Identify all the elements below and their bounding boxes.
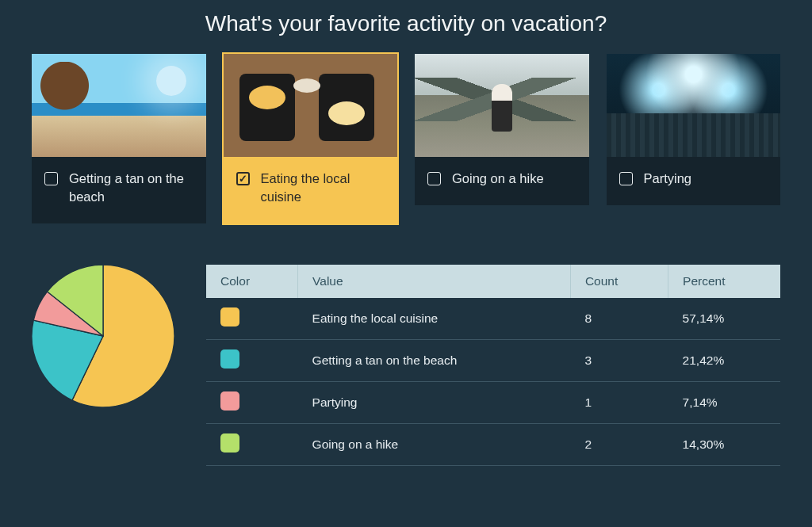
checkbox-icon[interactable] xyxy=(44,172,58,185)
pie-chart xyxy=(32,265,174,407)
cell-color xyxy=(206,339,298,381)
cell-percent: 57,14% xyxy=(668,298,780,340)
table-row: Going on a hike214,30% xyxy=(206,423,780,465)
option-caption: Partying xyxy=(607,157,781,205)
cell-value: Eating the local cuisine xyxy=(298,298,571,340)
results-table: Color Value Count Percent Eating the loc… xyxy=(206,265,780,466)
option-caption: Going on a hike xyxy=(415,157,589,205)
option-label: Eating the local cuisine xyxy=(261,170,385,206)
col-percent: Percent xyxy=(668,265,780,298)
cell-value: Partying xyxy=(298,381,571,423)
cell-color xyxy=(206,298,298,340)
table-header-row: Color Value Count Percent xyxy=(206,265,780,298)
col-count: Count xyxy=(570,265,668,298)
checkbox-icon[interactable] xyxy=(236,172,250,185)
checkbox-icon[interactable] xyxy=(619,172,633,185)
poll-options: Getting a tan on the beach Eating the lo… xyxy=(0,54,812,223)
cell-percent: 21,42% xyxy=(668,339,780,381)
table-row: Getting a tan on the beach321,42% xyxy=(206,339,780,381)
results-area: Color Value Count Percent Eating the loc… xyxy=(0,223,812,466)
cell-color xyxy=(206,423,298,465)
option-hike[interactable]: Going on a hike xyxy=(415,54,589,223)
color-swatch xyxy=(220,433,239,453)
option-caption: Eating the local cuisine xyxy=(224,157,398,223)
cell-value: Getting a tan on the beach xyxy=(298,339,571,381)
option-image-beach xyxy=(32,54,206,157)
option-caption: Getting a tan on the beach xyxy=(32,157,206,223)
option-party[interactable]: Partying xyxy=(607,54,781,223)
col-value: Value xyxy=(298,265,571,298)
cell-count: 1 xyxy=(570,381,668,423)
color-swatch xyxy=(220,391,239,411)
cell-color xyxy=(206,381,298,423)
cell-count: 3 xyxy=(570,339,668,381)
color-swatch xyxy=(220,349,239,369)
color-swatch xyxy=(220,307,239,327)
option-label: Going on a hike xyxy=(452,170,544,188)
cell-percent: 14,30% xyxy=(668,423,780,465)
option-label: Partying xyxy=(644,170,692,188)
option-label: Getting a tan on the beach xyxy=(69,170,193,206)
pie-chart-container xyxy=(32,265,174,407)
option-image-food xyxy=(224,54,398,157)
option-image-party xyxy=(607,54,781,157)
col-color: Color xyxy=(206,265,298,298)
cell-value: Going on a hike xyxy=(298,423,571,465)
table-body: Eating the local cuisine857,14%Getting a… xyxy=(206,298,780,466)
table-row: Partying17,14% xyxy=(206,381,780,423)
cell-percent: 7,14% xyxy=(668,381,780,423)
option-food[interactable]: Eating the local cuisine xyxy=(224,54,398,223)
cell-count: 8 xyxy=(570,298,668,340)
poll-title: What's your favorite activity on vacatio… xyxy=(0,0,812,54)
checkbox-icon[interactable] xyxy=(427,172,441,185)
option-image-hike xyxy=(415,54,589,157)
table-row: Eating the local cuisine857,14% xyxy=(206,298,780,340)
option-beach[interactable]: Getting a tan on the beach xyxy=(32,54,206,223)
cell-count: 2 xyxy=(570,423,668,465)
